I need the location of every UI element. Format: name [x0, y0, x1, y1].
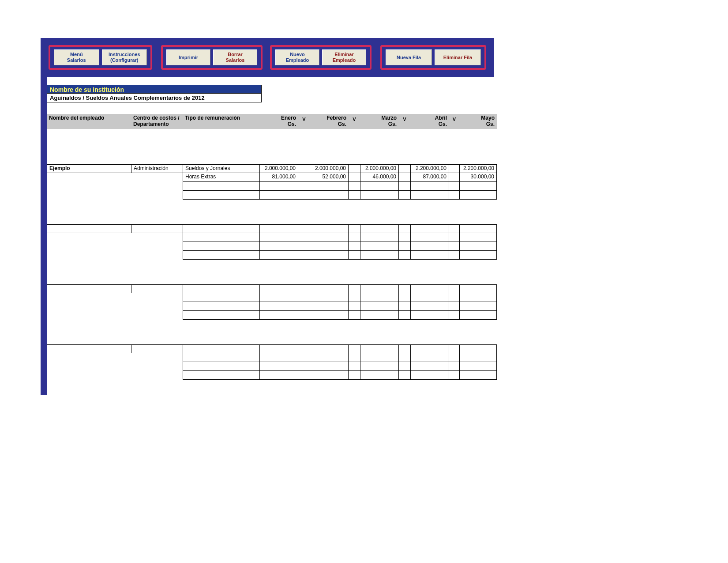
cell-value[interactable]	[410, 362, 449, 371]
cell-spacer[interactable]	[449, 182, 460, 191]
cell-value[interactable]	[459, 371, 497, 380]
cell-value[interactable]	[310, 353, 349, 362]
cell-spacer[interactable]	[449, 302, 460, 311]
nuevo-empleado-button[interactable]: Nuevo Empleado	[275, 49, 319, 65]
cell-spacer[interactable]	[348, 233, 360, 242]
cell-spacer[interactable]	[348, 344, 360, 353]
cell-spacer[interactable]	[348, 371, 360, 380]
cell-value[interactable]	[360, 233, 399, 242]
cell-centro[interactable]	[131, 284, 183, 293]
cell-value[interactable]	[459, 284, 497, 293]
cell-value[interactable]	[360, 302, 399, 311]
cell-value[interactable]	[310, 293, 349, 302]
cell-spacer[interactable]	[398, 164, 411, 173]
cell-value[interactable]	[259, 371, 298, 380]
cell-spacer[interactable]	[398, 191, 411, 200]
cell-value[interactable]	[259, 362, 298, 371]
cell-spacer[interactable]	[298, 242, 310, 251]
cell-value[interactable]	[459, 344, 497, 353]
cell-value[interactable]	[410, 344, 449, 353]
cell-value[interactable]	[259, 293, 298, 302]
cell-value[interactable]	[360, 293, 399, 302]
cell-spacer[interactable]	[449, 371, 460, 380]
cell-spacer[interactable]	[449, 242, 460, 251]
cell-tipo[interactable]	[183, 293, 260, 302]
cell-value[interactable]	[259, 233, 298, 242]
cell-spacer[interactable]	[348, 251, 360, 260]
cell-spacer[interactable]	[398, 242, 411, 251]
cell-tipo[interactable]	[183, 344, 260, 353]
cell-value[interactable]	[259, 353, 298, 362]
cell-employee[interactable]	[47, 224, 131, 233]
cell-value[interactable]	[310, 233, 349, 242]
cell-value[interactable]: 2.200.000,00	[410, 164, 449, 173]
cell-spacer[interactable]	[398, 182, 411, 191]
cell-tipo[interactable]	[183, 311, 260, 320]
cell-value[interactable]	[310, 362, 349, 371]
cell-spacer[interactable]	[348, 353, 360, 362]
cell-spacer[interactable]	[348, 311, 360, 320]
cell-value[interactable]	[459, 251, 497, 260]
cell-value[interactable]: 2.000.000,00	[360, 164, 399, 173]
cell-spacer[interactable]	[449, 344, 460, 353]
cell-value[interactable]	[360, 344, 399, 353]
cell-value[interactable]	[360, 371, 399, 380]
cell-spacer[interactable]	[298, 293, 310, 302]
cell-centro[interactable]	[131, 224, 183, 233]
cell-value[interactable]	[410, 191, 449, 200]
cell-spacer[interactable]	[449, 293, 460, 302]
cell-spacer[interactable]	[449, 284, 460, 293]
cell-employee[interactable]	[47, 344, 131, 353]
cell-tipo[interactable]	[183, 233, 260, 242]
cell-spacer[interactable]	[398, 173, 411, 182]
cell-spacer[interactable]	[398, 224, 411, 233]
cell-spacer[interactable]	[449, 191, 460, 200]
cell-value[interactable]	[410, 224, 449, 233]
cell-value[interactable]: 81.000,00	[259, 173, 298, 182]
cell-value[interactable]	[360, 362, 399, 371]
cell-value[interactable]	[410, 353, 449, 362]
cell-value[interactable]	[259, 191, 298, 200]
cell-value[interactable]	[459, 224, 497, 233]
cell-value[interactable]	[410, 311, 449, 320]
cell-spacer[interactable]	[398, 362, 411, 371]
cell-value[interactable]	[259, 344, 298, 353]
cell-value[interactable]	[259, 311, 298, 320]
cell-value[interactable]	[410, 233, 449, 242]
cell-spacer[interactable]	[398, 311, 411, 320]
cell-tipo[interactable]	[183, 362, 260, 371]
cell-value[interactable]	[259, 224, 298, 233]
cell-value[interactable]: 2.000.000,00	[310, 164, 349, 173]
cell-value[interactable]	[259, 182, 298, 191]
cell-spacer[interactable]	[298, 302, 310, 311]
cell-spacer[interactable]	[449, 233, 460, 242]
cell-value[interactable]: 87.000,00	[410, 173, 449, 182]
cell-spacer[interactable]	[449, 224, 460, 233]
cell-value[interactable]	[259, 242, 298, 251]
cell-value[interactable]	[310, 284, 349, 293]
cell-tipo[interactable]	[183, 251, 260, 260]
cell-value[interactable]	[310, 224, 349, 233]
cell-spacer[interactable]	[449, 164, 460, 173]
menu-salarios-button[interactable]: Menú Salarios	[54, 49, 99, 65]
cell-value[interactable]	[360, 224, 399, 233]
cell-spacer[interactable]	[398, 371, 411, 380]
eliminar-fila-button[interactable]: Eliminar Fila	[435, 49, 481, 65]
cell-value[interactable]	[310, 191, 349, 200]
imprimir-button[interactable]: Imprimir	[166, 49, 210, 65]
cell-value[interactable]	[459, 233, 497, 242]
cell-tipo[interactable]: Sueldos y Jornales	[183, 164, 260, 173]
cell-spacer[interactable]	[298, 344, 310, 353]
cell-spacer[interactable]	[449, 251, 460, 260]
cell-value[interactable]	[310, 302, 349, 311]
cell-value[interactable]	[360, 311, 399, 320]
cell-spacer[interactable]	[298, 284, 310, 293]
cell-tipo[interactable]	[183, 302, 260, 311]
cell-spacer[interactable]	[398, 233, 411, 242]
cell-value[interactable]	[310, 251, 349, 260]
cell-tipo[interactable]: Horas Extras	[183, 173, 260, 182]
cell-spacer[interactable]	[298, 233, 310, 242]
cell-tipo[interactable]	[183, 371, 260, 380]
cell-spacer[interactable]	[398, 302, 411, 311]
cell-spacer[interactable]	[348, 284, 360, 293]
